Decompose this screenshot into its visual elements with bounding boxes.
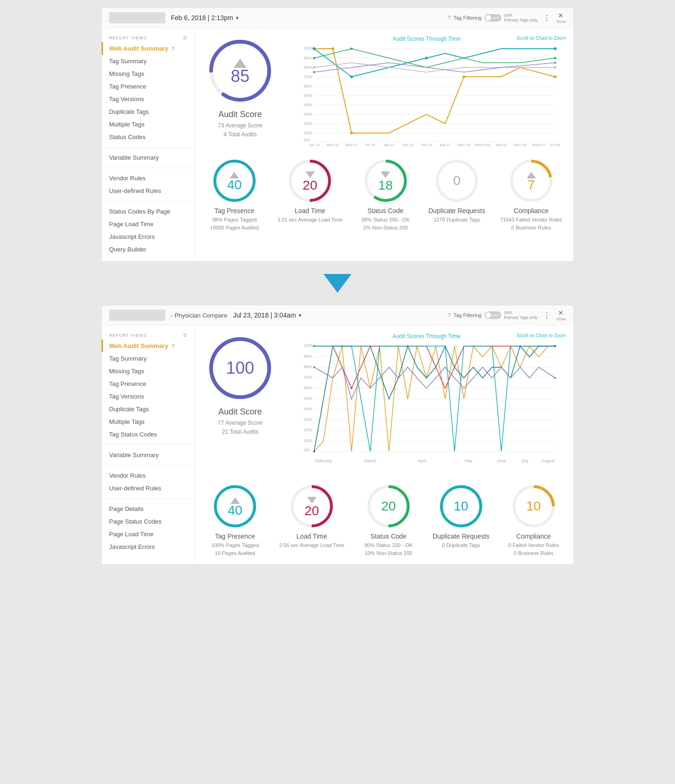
sidebar-item-status-codes[interactable]: Status Codes — [102, 131, 195, 143]
chevron-down-icon[interactable]: ▼ — [235, 15, 240, 21]
metric-inner-load-time-1: 20 — [303, 170, 317, 192]
svg-text:40%: 40% — [304, 407, 312, 411]
sidebar-item-web-audit-summary-2[interactable]: Web Audit Summary ? — [102, 340, 195, 352]
metric-status-code-2: 20 Status Code 90% Status 200 - OK 10% N… — [360, 483, 417, 557]
sidebar-item-2-javascript-errors[interactable]: Javascript Errors — [102, 540, 195, 553]
sidebar-menu-icon-2[interactable]: ☰ — [183, 333, 187, 338]
svg-text:60%: 60% — [304, 84, 312, 89]
sidebar-section-label: REPORT VIEWS ☰ — [102, 34, 195, 42]
chart-2[interactable]: Audit Scores Through Time Scroll on Char… — [287, 333, 566, 473]
svg-point-26 — [350, 132, 353, 134]
sidebar-item-web-audit-summary[interactable]: Web Audit Summary ? — [102, 42, 195, 55]
sidebar-item-2-tag-status-codes[interactable]: Tag Status Codes — [102, 428, 195, 441]
sidebar-item-2-duplicate-tags[interactable]: Duplicate Tags — [102, 403, 195, 415]
score-circle-2: 100 — [205, 333, 275, 403]
help-icon-sidebar[interactable]: ? — [172, 46, 175, 52]
sidebar-divider-2-1 — [102, 444, 195, 445]
metric-tag-presence-1: 40 Tag Presence 98% Pages Tagged 10000 P… — [206, 157, 263, 231]
svg-text:Fri 09: Fri 09 — [550, 143, 560, 146]
sidebar-item-page-load-time[interactable]: Page Load Time — [102, 218, 195, 230]
sidebar-item-2-user-defined-rules[interactable]: User-defined Rules — [102, 482, 195, 495]
metric-number-compliance-1: 7 — [528, 178, 535, 192]
svg-text:Wed Feb: Wed Feb — [475, 143, 491, 146]
metric-number-duplicate-2: 10 — [454, 499, 468, 513]
metric-arrow-status-code-1 — [381, 171, 390, 178]
svg-text:Mon 29: Mon 29 — [458, 143, 470, 146]
sidebar-item-vendor-rules[interactable]: Vendor Rules — [102, 172, 195, 185]
sidebar-item-2-multiple-tags[interactable]: Multiple Tags — [102, 415, 195, 428]
sidebar-item-multiple-tags[interactable]: Multiple Tags — [102, 118, 195, 131]
chevron-down-icon-2[interactable]: ▼ — [298, 313, 302, 318]
tag-filtering-2: ? Tag Filtering OFF Primary Tags only — [448, 311, 537, 320]
metric-label-duplicate-1: Duplicate Requests — [428, 207, 485, 214]
metric-label-status-code-1: Status Code — [367, 207, 404, 214]
tag-filtering-sub: OFF Primary Tags only — [504, 13, 537, 22]
metric-sub-compliance-2: 0 Failed Vendor Rules 0 Business Rules — [508, 541, 559, 557]
sidebar-item-2-page-details[interactable]: Page Details — [102, 503, 195, 515]
sidebar-item-tag-presence[interactable]: Tag Presence — [102, 80, 195, 93]
sidebar-item-query-builder[interactable]: Query Builder — [102, 243, 195, 256]
sidebar-item-2-variable-summary[interactable]: Variable Summary — [102, 449, 195, 461]
score-label-1: Audit Score — [218, 110, 262, 119]
sidebar-item-tag-versions[interactable]: Tag Versions — [102, 93, 195, 105]
svg-text:Mon 05: Mon 05 — [514, 143, 527, 146]
header-left-2: - Physician Compare Jul 23, 2018 | 3:04a… — [109, 310, 302, 321]
metric-sub-status-code-1: 98% Status 200 - OK 2% Non-Status 200 — [361, 216, 410, 231]
panel-2-header: - Physician Compare Jul 23, 2018 | 3:04a… — [102, 305, 573, 325]
help-icon-sidebar-2[interactable]: ? — [172, 344, 175, 349]
sidebar-item-2-page-status-codes[interactable]: Page Status Codes — [102, 515, 195, 528]
panel-1-header: Feb 6, 2018 | 2:13pm ▼ ? Tag Filtering O… — [102, 8, 573, 28]
metrics-row-2: 40 Tag Presence 100% Pages Tagged 10 Pag… — [203, 483, 566, 557]
svg-text:50%: 50% — [304, 93, 312, 98]
score-sub-1: 73 Average Score 4 Total Audits — [218, 121, 262, 139]
sidebar-item-variable-summary[interactable]: Variable Summary — [102, 151, 195, 164]
svg-point-28 — [554, 75, 557, 78]
score-label-2: Audit Score — [218, 407, 262, 417]
sidebar-item-missing-tags[interactable]: Missing Tags — [102, 67, 195, 80]
sidebar-item-2-tag-summary[interactable]: Tag Summary — [102, 352, 195, 365]
sidebar-item-tag-summary[interactable]: Tag Summary — [102, 55, 195, 67]
metric-inner-tag-presence-2: 40 — [228, 496, 242, 517]
close-button-2[interactable]: ✕ close — [556, 309, 566, 321]
sidebar-item-2-page-load-time[interactable]: Page Load Time — [102, 528, 195, 540]
tag-filtering-toggle-2[interactable] — [484, 311, 501, 319]
sidebar-item-2-missing-tags[interactable]: Missing Tags — [102, 365, 195, 377]
more-options-button-2[interactable]: ⋮ — [543, 311, 550, 320]
sidebar-item-javascript-errors[interactable]: Javascript Errors — [102, 230, 195, 243]
close-button[interactable]: ✕ close — [556, 12, 566, 24]
chart-scroll-hint-1: Scroll on Chart to Zoom — [516, 36, 566, 41]
metric-label-tag-presence-1: Tag Presence — [214, 207, 255, 214]
metric-sub-tag-presence-1: 98% Pages Tagged 10000 Pages Audited — [210, 216, 259, 231]
svg-point-29 — [313, 47, 315, 50]
sidebar-1: REPORT VIEWS ☰ Web Audit Summary ? Tag S… — [102, 28, 195, 261]
help-icon-2[interactable]: ? — [448, 312, 451, 318]
sidebar-item-2-tag-versions[interactable]: Tag Versions — [102, 390, 195, 403]
help-icon[interactable]: ? — [448, 15, 451, 21]
chart-svg-2[interactable]: 100% 90% 80% 70% 60% 50% 40% 30% 20% 10%… — [287, 340, 566, 472]
svg-point-30 — [350, 75, 353, 78]
sidebar-item-2-vendor-rules[interactable]: Vendor Rules — [102, 469, 195, 482]
sidebar-menu-icon[interactable]: ☰ — [183, 36, 187, 40]
svg-text:July: July — [521, 459, 529, 463]
metric-sub-load-time-1: 3.01 sec Average Load Time — [278, 216, 343, 224]
svg-point-25 — [331, 47, 334, 50]
tag-filtering-toggle[interactable] — [484, 14, 501, 22]
sidebar-item-2-tag-presence[interactable]: Tag Presence — [102, 377, 195, 390]
metric-number-status-code-1: 18 — [378, 178, 393, 192]
chart-svg-1[interactable]: 100% 90% 80% 70% 60% 50% 40% 30% 20% 10%… — [287, 43, 566, 146]
svg-text:Wed 07: Wed 07 — [532, 143, 545, 146]
chart-scroll-hint-2: Scroll on Chart to Zoom — [516, 333, 566, 338]
svg-text:100%: 100% — [304, 343, 315, 348]
more-options-button[interactable]: ⋮ — [543, 14, 550, 22]
chart-1[interactable]: Audit Scores Through Time Scroll on Char… — [287, 36, 566, 148]
tag-filtering-sub-2: OFF Primary Tags only — [504, 311, 537, 320]
sidebar-item-status-codes-by-page[interactable]: Status Codes By Page — [102, 205, 195, 218]
sidebar-item-duplicate-tags[interactable]: Duplicate Tags — [102, 105, 195, 118]
down-arrow-icon — [323, 274, 352, 293]
metric-label-status-code-2: Status Code — [370, 533, 406, 540]
metric-circle-tag-presence-1: 40 — [211, 157, 258, 204]
sidebar-item-user-defined-rules[interactable]: User-defined Rules — [102, 185, 195, 197]
svg-text:80%: 80% — [304, 364, 312, 369]
metric-sub-duplicate-2: 0 Duplicate Tags — [442, 541, 480, 549]
panel-1-main: 85 Audit Score 73 Average Score 4 Total … — [195, 28, 573, 261]
